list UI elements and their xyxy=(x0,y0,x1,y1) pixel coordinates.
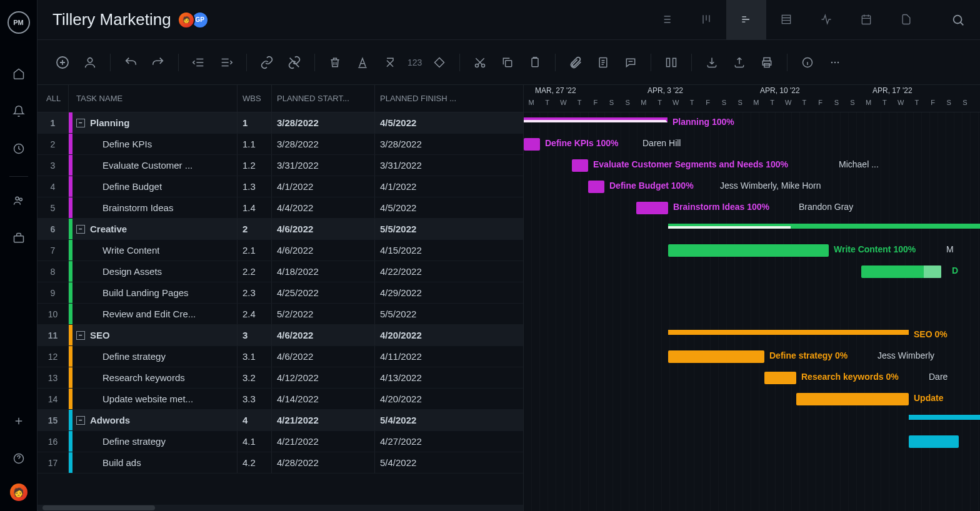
finish-cell[interactable]: 4/20/2022 xyxy=(375,389,478,409)
gantt-task-bar[interactable] xyxy=(668,244,829,257)
task-row[interactable]: 7Write Content2.14/6/20224/15/2022 xyxy=(38,240,523,261)
milestone-icon[interactable] xyxy=(429,52,449,72)
task-row[interactable]: 10Review and Edit Cre...2.45/2/20225/5/2… xyxy=(38,304,523,325)
gantt-summary-bar[interactable] xyxy=(909,415,980,420)
gantt-summary-bar[interactable] xyxy=(524,117,668,122)
row-number[interactable]: 16 xyxy=(38,431,69,452)
wbs-cell[interactable]: 4.2 xyxy=(238,452,272,473)
finish-cell[interactable]: 4/15/2022 xyxy=(375,240,478,260)
task-row[interactable]: 16Define strategy4.14/21/20224/27/2022 xyxy=(38,431,523,452)
start-cell[interactable]: 3/28/2022 xyxy=(272,112,375,133)
task-name-cell[interactable]: Build ads xyxy=(72,452,238,473)
gantt-task-bar[interactable] xyxy=(909,435,959,448)
task-row[interactable]: 2Define KPIs1.13/28/20223/28/2022 xyxy=(38,134,523,155)
columns-icon[interactable] xyxy=(661,52,681,72)
row-number[interactable]: 7 xyxy=(38,240,69,260)
gantt-task-bar[interactable] xyxy=(572,159,588,172)
collapse-icon[interactable]: − xyxy=(76,416,85,425)
start-cell[interactable]: 4/1/2022 xyxy=(272,176,375,197)
search-icon[interactable] xyxy=(951,13,965,27)
row-number[interactable]: 4 xyxy=(38,176,69,197)
row-number[interactable]: 13 xyxy=(38,367,69,388)
start-cell[interactable]: 3/28/2022 xyxy=(272,134,375,154)
wbs-cell[interactable]: 1.2 xyxy=(238,155,272,176)
gantt-row[interactable] xyxy=(524,304,980,325)
gantt-task-bar[interactable] xyxy=(524,138,540,151)
start-cell[interactable]: 4/4/2022 xyxy=(272,197,375,218)
finish-cell[interactable]: 4/5/2022 xyxy=(375,197,478,218)
task-row[interactable]: 6−Creative24/6/20225/5/2022 xyxy=(38,219,523,240)
row-number[interactable]: 5 xyxy=(38,197,69,218)
row-number[interactable]: 6 xyxy=(38,219,69,239)
gantt-row[interactable] xyxy=(524,431,980,452)
bell-icon[interactable] xyxy=(6,99,31,124)
wbs-cell[interactable]: 1 xyxy=(238,112,272,133)
gantt-row[interactable]: SEO 0% xyxy=(524,325,980,346)
wbs-cell[interactable]: 1.1 xyxy=(238,134,272,154)
task-row[interactable]: 3Evaluate Customer ...1.23/31/20223/31/2… xyxy=(38,155,523,176)
wbs-cell[interactable]: 2.4 xyxy=(238,304,272,324)
view-calendar-icon[interactable] xyxy=(846,0,886,40)
gantt-row[interactable] xyxy=(524,282,980,304)
wbs-cell[interactable]: 2.2 xyxy=(238,261,272,282)
task-row[interactable]: 13Research keywords3.24/12/20224/13/2022 xyxy=(38,367,523,389)
undo-icon[interactable] xyxy=(121,52,141,72)
finish-cell[interactable]: 5/4/2022 xyxy=(375,452,478,473)
finish-cell[interactable]: 4/11/2022 xyxy=(375,346,478,367)
row-number[interactable]: 3 xyxy=(38,155,69,176)
task-name-cell[interactable]: Research keywords xyxy=(72,367,238,388)
wbs-cell[interactable]: 3.3 xyxy=(238,389,272,409)
avatar-1[interactable]: 🧑 xyxy=(178,11,195,29)
view-sheet-icon[interactable] xyxy=(766,0,806,40)
col-header-name[interactable]: TASK NAME xyxy=(69,85,238,112)
col-header-wbs[interactable]: WBS xyxy=(238,85,272,112)
export-icon[interactable] xyxy=(729,52,749,72)
gantt-task-bar[interactable] xyxy=(636,202,668,214)
plus-icon[interactable] xyxy=(6,409,31,434)
row-number[interactable]: 9 xyxy=(38,282,69,303)
gantt-row[interactable]: D xyxy=(524,261,980,282)
task-name-cell[interactable]: Define strategy xyxy=(72,431,238,452)
start-cell[interactable]: 4/6/2022 xyxy=(272,240,375,260)
start-cell[interactable]: 4/6/2022 xyxy=(272,346,375,367)
indent-icon[interactable] xyxy=(216,52,236,72)
gantt-task-bar[interactable] xyxy=(861,265,941,278)
gantt-row[interactable]: Write Content 100%M xyxy=(524,240,980,261)
task-name-cell[interactable]: Brainstorm Ideas xyxy=(72,197,238,218)
clear-format-icon[interactable] xyxy=(380,52,400,72)
task-name-cell[interactable]: −Adwords xyxy=(72,410,238,430)
gantt-row[interactable]: Research keywords 0%Dare xyxy=(524,367,980,389)
start-cell[interactable]: 4/6/2022 xyxy=(272,219,375,239)
paste-icon[interactable] xyxy=(525,52,545,72)
collapse-icon[interactable]: − xyxy=(76,119,85,127)
info-icon[interactable] xyxy=(798,52,818,72)
wbs-cell[interactable]: 4 xyxy=(238,410,272,430)
task-row[interactable]: 9Build Landing Pages2.34/25/20224/29/202… xyxy=(38,282,523,304)
app-logo[interactable]: PM xyxy=(8,11,30,34)
wbs-cell[interactable]: 1.3 xyxy=(238,176,272,197)
wbs-cell[interactable]: 4.1 xyxy=(238,431,272,452)
gantt-row[interactable] xyxy=(524,410,980,431)
collapse-icon[interactable]: − xyxy=(76,225,85,234)
gantt-summary-bar[interactable] xyxy=(668,224,980,229)
import-icon[interactable] xyxy=(702,52,722,72)
gantt-task-bar[interactable] xyxy=(668,350,764,363)
task-row[interactable]: 1−Planning13/28/20224/5/2022 xyxy=(38,112,523,134)
wbs-cell[interactable]: 2.3 xyxy=(238,282,272,303)
gantt-row[interactable]: Planning 100% xyxy=(524,112,980,134)
home-icon[interactable] xyxy=(6,61,31,86)
task-row[interactable]: 12Define strategy3.14/6/20224/11/2022 xyxy=(38,346,523,367)
finish-cell[interactable]: 5/4/2022 xyxy=(375,410,478,430)
col-header-start[interactable]: PLANNED START... xyxy=(272,85,375,112)
gantt-task-bar[interactable] xyxy=(796,393,909,405)
view-activity-icon[interactable] xyxy=(806,0,846,40)
task-name-cell[interactable]: Define strategy xyxy=(72,346,238,367)
task-name-cell[interactable]: −Planning xyxy=(72,112,238,133)
task-name-cell[interactable]: Build Landing Pages xyxy=(72,282,238,303)
comment-icon[interactable] xyxy=(621,52,641,72)
cut-icon[interactable] xyxy=(470,52,490,72)
attachment-icon[interactable] xyxy=(566,52,586,72)
team-icon[interactable] xyxy=(6,188,31,213)
task-name-cell[interactable]: −SEO xyxy=(72,325,238,345)
toolbar-123[interactable]: 123 xyxy=(408,57,422,67)
